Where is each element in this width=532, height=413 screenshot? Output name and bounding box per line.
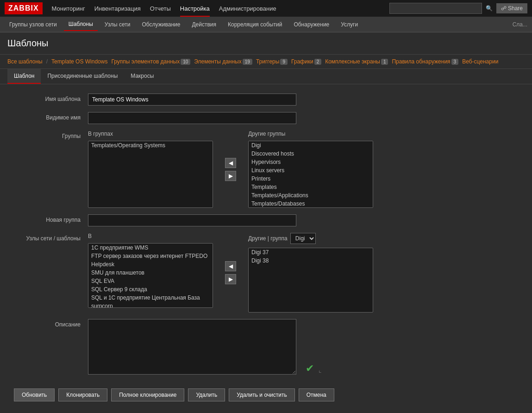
template-name-label: Имя шаблона — [14, 94, 88, 102]
nav-host-groups[interactable]: Группы узлов сети — [5, 19, 62, 31]
other-group-item[interactable]: Hypervisors — [249, 158, 373, 166]
hosts-section: В 1С предприятие WMS FTP сервер заказов … — [88, 233, 518, 313]
in-groups-list[interactable]: Templates/Operating Systems — [88, 141, 213, 208]
other-group-item[interactable]: Templates — [249, 183, 373, 191]
delete-button[interactable]: Удалить — [188, 388, 225, 401]
visible-name-label: Видимое имя — [14, 112, 88, 121]
other-group-item[interactable]: Templates/Databases — [249, 200, 373, 208]
other-host-item[interactable]: Digi 37 — [249, 248, 373, 257]
resize-handle[interactable]: ⌞ — [319, 366, 322, 374]
in-hosts-label: В — [88, 233, 213, 239]
other-groups-box: Другие группы Digi Discovered hosts Hype… — [248, 131, 373, 208]
other-groups-list[interactable]: Digi Discovered hosts Hypervisors Linux … — [248, 141, 373, 208]
nav-hosts[interactable]: Узлы сети — [100, 19, 135, 31]
template-name-input[interactable] — [88, 94, 296, 106]
description-textarea[interactable] — [88, 319, 296, 375]
checkmark-icon: ✔ — [306, 363, 314, 375]
search-input[interactable] — [389, 3, 482, 14]
nav-monitoring[interactable]: Мониторинг — [52, 1, 85, 16]
host-item[interactable]: SQL и 1С предприятие Центральная База — [88, 294, 213, 302]
breadcrumb-all-templates[interactable]: Все шаблоны — [7, 58, 43, 65]
breadcrumb-data-items[interactable]: Элементы данных19 — [194, 58, 252, 65]
host-item[interactable]: 1С предприятие WMS — [88, 244, 213, 252]
host-item[interactable]: surpcorp — [88, 302, 213, 308]
in-hosts-list[interactable]: 1С предприятие WMS FTP сервер заказов че… — [88, 243, 213, 308]
nav-maintenance[interactable]: Обслуживание — [138, 19, 185, 31]
nav-event-correlation[interactable]: Корреляция событий — [223, 19, 287, 31]
other-hosts-group-dropdown[interactable]: Digi — [290, 233, 316, 244]
other-hosts-list[interactable]: Digi 37 Digi 38 — [248, 248, 373, 313]
hosts-label: Узлы сети / шаблоны — [14, 233, 88, 242]
other-group-item[interactable]: Discovered hosts — [249, 150, 373, 158]
visible-name-input[interactable] — [88, 112, 296, 124]
sub-tabs: Шаблон Присоединенные шаблоны Макросы — [0, 69, 532, 84]
new-group-input[interactable] — [88, 214, 296, 226]
in-group-item[interactable]: Templates/Operating Systems — [88, 141, 213, 150]
update-button[interactable]: Обновить — [14, 388, 55, 401]
host-item[interactable]: SQL Сервер 9 склада — [88, 285, 213, 294]
delete-clear-button[interactable]: Удалить и очистить — [229, 388, 295, 401]
groups-field: В группах Templates/Operating Systems ◀ … — [88, 131, 518, 208]
breadcrumb-bar: Все шаблоны / Template OS Windows Группы… — [0, 55, 532, 69]
breadcrumb-item-groups[interactable]: Группы элементов данных10 — [111, 58, 190, 65]
tab-template[interactable]: Шаблон — [7, 69, 41, 84]
tab-linked-templates[interactable]: Присоединенные шаблоны — [41, 69, 124, 84]
other-hosts-label: Другие | группа — [248, 235, 288, 242]
breadcrumb-screens[interactable]: Комплексные экраны1 — [325, 58, 388, 65]
hosts-move-left-button[interactable]: ◀ — [225, 261, 236, 271]
share-button[interactable]: ☍ Share — [496, 3, 527, 13]
desc-row: ✔ ⌞ — [88, 319, 518, 375]
breadcrumb-web-scenarios[interactable]: Веб-сценарии — [462, 58, 498, 65]
breadcrumb-triggers[interactable]: Триггеры9 — [256, 58, 288, 65]
page-title: Шаблоны — [7, 38, 525, 49]
hosts-row: Узлы сети / шаблоны В 1С предприятие WMS… — [14, 233, 518, 313]
other-group-item[interactable]: Templates/Applications — [249, 191, 373, 200]
in-groups-box: В группах Templates/Operating Systems — [88, 131, 213, 208]
other-group-item[interactable]: Printers — [249, 175, 373, 183]
search-icon[interactable]: 🔍 — [486, 5, 493, 12]
host-item[interactable]: Helpdesk — [88, 260, 213, 269]
form-content: Имя шаблона Видимое имя Группы В группах… — [0, 84, 532, 411]
nav-templates[interactable]: Шаблоны — [64, 18, 98, 31]
breadcrumb-graphs[interactable]: Графики2 — [291, 58, 321, 65]
breadcrumb-sep: / — [46, 58, 48, 65]
in-hosts-box: В 1С предприятие WMS FTP сервер заказов … — [88, 233, 213, 308]
top-navigation: ZABBIX Мониторинг Инвентаризация Отчеты … — [0, 0, 532, 17]
nav-discovery[interactable]: Обнаружение — [289, 19, 334, 31]
hosts-move-right-button[interactable]: ▶ — [225, 274, 236, 284]
host-item[interactable]: FTP сервер заказов через интернет FTPEDO — [88, 252, 213, 260]
share-label: Share — [508, 5, 523, 12]
visible-name-field — [88, 112, 518, 124]
graphs-count: 2 — [314, 59, 322, 65]
nav-inventory[interactable]: Инвентаризация — [94, 1, 141, 16]
other-group-item[interactable]: Digi — [249, 141, 373, 150]
nav-actions[interactable]: Действия — [187, 19, 221, 31]
move-right-button[interactable]: ▶ — [225, 171, 236, 181]
visible-name-row: Видимое имя — [14, 112, 518, 124]
clone-button[interactable]: Клонировать — [58, 388, 107, 401]
nav-administration[interactable]: Администрирование — [219, 1, 276, 16]
tab-macros[interactable]: Макросы — [124, 69, 160, 84]
triggers-count: 9 — [280, 59, 288, 65]
groups-section: В группах Templates/Operating Systems ◀ … — [88, 131, 518, 208]
full-clone-button[interactable]: Полное клонирование — [111, 388, 184, 401]
nav-reports[interactable]: Отчеты — [150, 1, 171, 16]
host-item[interactable]: SMU для планшетов — [88, 269, 213, 277]
move-left-button[interactable]: ◀ — [225, 158, 236, 168]
description-label: Описание — [14, 319, 88, 328]
item-groups-count: 10 — [181, 59, 190, 65]
cancel-button[interactable]: Отмена — [299, 388, 334, 401]
search-area: 🔍 ☍ Share — [389, 3, 527, 14]
other-host-item[interactable]: Digi 38 — [249, 257, 373, 265]
hosts-field: В 1С предприятие WMS FTP сервер заказов … — [88, 233, 518, 313]
breadcrumb-discovery-rules[interactable]: Правила обнаружения3 — [392, 58, 458, 65]
data-items-count: 19 — [243, 59, 252, 65]
nav-services[interactable]: Услуги — [336, 19, 363, 31]
nav-configuration[interactable]: Настройка — [180, 1, 210, 17]
button-bar: Обновить Клонировать Полное клонирование… — [14, 384, 518, 401]
host-item[interactable]: SQL EVA — [88, 277, 213, 285]
other-group-item[interactable]: Linux servers — [249, 166, 373, 175]
discovery-count: 3 — [451, 59, 459, 65]
other-hosts-header: Другие | группа Digi — [248, 233, 373, 244]
page-title-bar: Шаблоны — [0, 32, 532, 55]
